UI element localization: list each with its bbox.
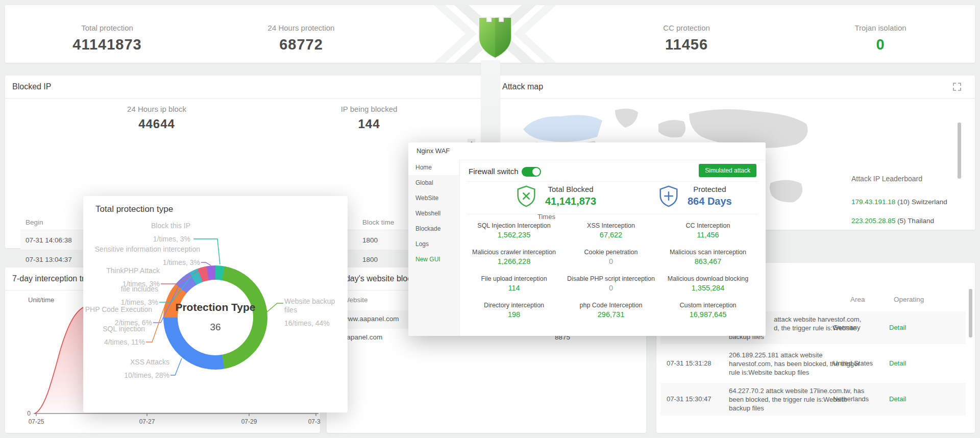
modal-title: Nginx WAF xyxy=(408,142,766,160)
stat-value: 114 xyxy=(465,284,562,292)
divider xyxy=(468,181,757,182)
shield-ribbon xyxy=(481,60,500,144)
log-scrollbar[interactable] xyxy=(969,289,972,337)
sidebar-item-logs[interactable]: Logs xyxy=(408,236,459,252)
protected-days-stat: Protected 864 Days xyxy=(657,184,732,208)
segment-name: XSS Attacks xyxy=(124,358,169,367)
sidebar-item-blockade[interactable]: Blockade xyxy=(408,221,459,236)
stat-cell: Malicious scan interception 863,467 xyxy=(659,249,756,275)
stat-cell: Cookie penetration 0 xyxy=(562,249,659,275)
stat-cell: Directory interception 198 xyxy=(465,302,562,328)
attacker-ip[interactable]: 223.205.28.85 xyxy=(851,217,895,225)
cell-area: Netherlands xyxy=(833,395,869,403)
stat-label: Trojan isolation xyxy=(819,23,942,32)
stat-label: Directory interception xyxy=(465,302,562,309)
stat-total-protection: Total protection 41141873 xyxy=(46,23,168,53)
sidebar-item-new-gui[interactable]: New GUI xyxy=(408,252,459,267)
attacker-country: Thailand xyxy=(908,217,934,225)
cell-time: 07-31 15:31:28 xyxy=(667,359,711,367)
stat-value: 144 xyxy=(303,117,435,131)
stat-label: Total Blocked xyxy=(545,185,596,193)
segment-label-website-backup-files: Website backup files 16/times, 44% xyxy=(284,297,348,328)
stat-ip-being-blocked: IP being blocked 144 xyxy=(303,105,435,131)
stat-value: 44644 xyxy=(90,117,223,131)
shield-x-icon xyxy=(514,184,538,208)
segment-label-xss-attacks: XSS Attacks 10/times, 28% xyxy=(124,358,169,380)
stat-label: Custom interception xyxy=(659,302,756,309)
leaderboard-item[interactable]: 179.43.191.18 (10) Switzerland xyxy=(851,198,964,206)
stat-cell: Malicious crawler interception 1,266,228 xyxy=(465,249,562,275)
stat-value: 41141873 xyxy=(46,36,168,53)
stat-cell: CC Interception 11,456 xyxy=(659,222,756,249)
sidebar-item-website[interactable]: WebSite xyxy=(408,190,459,206)
y-origin-label: 0 xyxy=(27,410,31,417)
sidebar-item-home[interactable]: Home xyxy=(408,160,459,175)
attacker-ip[interactable]: 179.43.191.18 xyxy=(851,198,895,206)
stat-label: CC Interception xyxy=(659,222,756,229)
total-blocked-stat: Total Blocked 41,141,873 Times xyxy=(514,184,596,208)
stat-value: 1,355,284 xyxy=(659,284,756,292)
message-line: attack website harvestof.com, xyxy=(774,315,861,323)
stat-cell: XSS Interception 67,622 xyxy=(562,222,659,249)
segment-name: ThinkPHP Attack xyxy=(106,266,160,275)
cell-website: aapanel.com xyxy=(343,333,382,341)
segment-label-sensitive-info: Sensitive information interception 1/tim… xyxy=(95,245,200,267)
segment-label-sql-injection: SQL injection 4/times, 11% xyxy=(103,325,145,347)
stat-label: SQL Injection Interception xyxy=(465,222,562,229)
x-tick: 07-25 xyxy=(29,418,44,425)
stat-24h-protection: 24 Hours protection 68772 xyxy=(240,23,362,53)
fullscreen-icon[interactable] xyxy=(952,82,962,91)
detail-link[interactable]: Detail xyxy=(889,324,906,331)
stat-value: 296,731 xyxy=(562,310,659,319)
segment-name: file includes xyxy=(121,285,158,294)
nginx-waf-modal: Nginx WAF Home Global WebSite Webshell B… xyxy=(408,142,766,336)
stat-label: Cookie penetration xyxy=(562,249,659,256)
segment-name: Website backup files xyxy=(284,297,348,314)
firewall-toggle[interactable] xyxy=(522,167,541,177)
cell-begin: 07-31 14:06:38 xyxy=(20,230,91,250)
leaderboard-scrollbar[interactable] xyxy=(958,123,961,179)
sidebar-item-global[interactable]: Global xyxy=(408,175,459,190)
stat-label: IP being blocked xyxy=(303,105,435,113)
shield-plus-icon xyxy=(657,184,680,208)
stat-label: 24 Hours ip block xyxy=(90,105,223,113)
stat-label: CC protection xyxy=(625,23,748,32)
modal-content: Firewall switch Simulated attack Total B… xyxy=(459,160,766,336)
x-tick: 07-29 xyxy=(241,418,257,425)
panel-title: Blocked IP xyxy=(5,76,485,99)
detail-link[interactable]: Detail xyxy=(889,359,906,367)
cell-begin: 07-31 13:04:37 xyxy=(20,250,91,269)
interception-stats-grid: SQL Injection Interception 1,562,235 XSS… xyxy=(465,222,756,328)
stat-value: 0 xyxy=(562,284,659,292)
leaderboard-item[interactable]: 223.205.28.85 (5) Thailand xyxy=(851,217,964,225)
stat-value: 0 xyxy=(562,257,659,265)
attack-count: (5) xyxy=(897,217,906,225)
stat-value: 16,987,645 xyxy=(659,310,756,319)
green-shield-icon xyxy=(475,11,516,60)
detail-link[interactable]: Detail xyxy=(889,395,906,403)
stat-label: Protected xyxy=(688,185,732,193)
segment-name: SQL injection xyxy=(103,325,145,333)
topbar: Total protection 41141873 24 Hours prote… xyxy=(5,5,975,63)
stat-value: 198 xyxy=(465,310,562,319)
divider xyxy=(468,214,757,214)
stat-cell: File upload interception 114 xyxy=(465,275,562,302)
cell-area: United States xyxy=(833,359,873,367)
sidebar-item-webshell[interactable]: Webshell xyxy=(408,206,459,221)
col-begin: Begin xyxy=(20,214,91,230)
segment-name: Block this IP xyxy=(151,222,190,230)
stat-cc-protection: CC protection 11456 xyxy=(625,23,748,53)
protection-type-popup: Total protection type Protection Type 36… xyxy=(83,196,348,412)
log-row: 07-31 15:30:47 64.227.70.2 attack websit… xyxy=(660,383,966,416)
stat-label: File upload interception xyxy=(465,275,562,282)
segment-value: 16/times, 44% xyxy=(284,319,348,328)
col-area: Area xyxy=(850,296,865,303)
cell-time: 07-31 15:30:47 xyxy=(667,395,711,403)
stat-label: Disable PHP script interception xyxy=(562,275,659,282)
stat-label: XSS Interception xyxy=(562,222,659,229)
simulated-attack-button[interactable]: Simulated attack xyxy=(699,164,756,177)
log-row: 07-31 15:31:28 206.189.225.181 attack we… xyxy=(660,347,966,380)
stat-value: 864 Days xyxy=(688,196,732,207)
stat-trojan-isolation: Trojan isolation 0 xyxy=(819,23,942,53)
stat-value: 41,141,873 xyxy=(545,196,596,207)
